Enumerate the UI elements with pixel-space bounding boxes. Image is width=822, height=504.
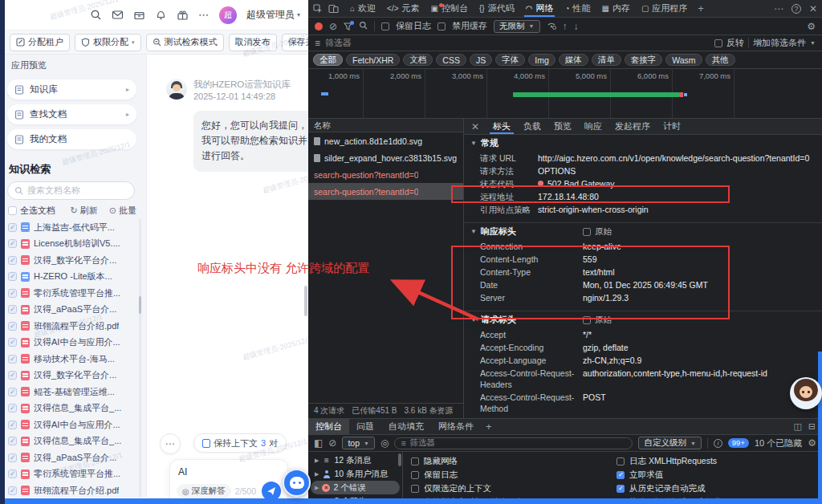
doc-checkbox[interactable] [8,371,17,380]
network-overview[interactable]: 1,000 ms2,000 ms3,000 ms4,000 ms5,000 ms… [308,69,822,119]
request-row[interactable]: silder_expand_hover.c3813b15.svg [308,149,463,166]
setting-row[interactable]: 隐藏网络 [411,454,616,468]
sidebar-nav-item[interactable]: 查找文档 ▸ [7,104,136,124]
raw-checkbox[interactable] [583,316,591,324]
doc-checkbox[interactable] [8,239,17,248]
doc-checkbox[interactable] [8,486,17,495]
setting-row[interactable]: 从历史记录自动完成 [616,482,822,495]
devtools-tab[interactable]: ◔ 性能 [559,0,596,17]
list-item[interactable]: 汉得_数字化平台介... [5,252,146,269]
list-item[interactable]: 鲲苍-基础管理运维... [5,384,146,400]
setting-row[interactable]: 立即求值 [616,468,822,482]
test-retrieval-mode-button[interactable]: 测试检索模式 [146,34,224,51]
list-item[interactable]: 班翎流程平台介绍.pdf [5,318,146,335]
doc-checkbox[interactable] [8,272,17,281]
setting-checkbox[interactable] [616,485,625,493]
batch-button[interactable]: ⊙批量 [109,205,136,217]
devtools-tab[interactable]: ▢ 应用程序 [636,0,693,17]
filter-chip[interactable]: CSS [436,54,466,66]
section-header[interactable]: ▼响应标头 原始 [464,223,822,240]
section-header[interactable]: ▼请求标头 原始 [464,311,822,328]
list-item[interactable]: License机制培训V5.... [5,236,146,253]
network-filter-input[interactable]: 筛选器 [325,37,352,49]
detail-tab[interactable]: 计时 [657,119,687,134]
console-filter-input[interactable]: ≡筛选器 [394,437,633,449]
devtools-tab[interactable]: ▣ 控制台 [425,0,474,17]
setting-row[interactable]: 仅限选定的上下文 [411,482,616,495]
chat-more-button[interactable]: ⋯ [160,433,181,454]
dock-icon[interactable]: ◫ [793,421,801,432]
filter-chip[interactable]: Wasm [665,54,702,66]
doc-scrollbar-thumb[interactable] [139,296,141,314]
deep-answer-toggle[interactable]: ◎深度解答 [177,484,231,498]
request-list-header[interactable]: 名称 [308,119,463,132]
chat-input[interactable]: AI ◎深度解答 2/500 [169,459,288,498]
devtools-tab[interactable]: {} 源代码 [474,0,520,17]
filter-funnel-icon[interactable] [344,22,352,30]
more-filters-button[interactable]: 增加筛选条件 [753,37,806,49]
raw-toggle[interactable]: 原始 [583,315,612,326]
user-menu[interactable]: 超级管理员▾ [246,8,300,22]
detail-tab[interactable]: 预览 [547,119,578,134]
list-item[interactable]: 汉得_aPaaS平台介... [5,302,146,319]
search-icon[interactable] [90,9,102,21]
doc-checkbox[interactable] [8,437,17,445]
doc-checkbox[interactable] [8,256,17,265]
request-row[interactable]: search-question?tenantId=0 [308,166,463,183]
list-item[interactable]: 汉得信息_集成平台_... [5,433,146,450]
doc-checkbox[interactable] [8,223,17,232]
doc-search-input[interactable]: 搜索文档名称 [7,181,135,200]
list-item[interactable]: 零衍系统管理平台推... [5,285,146,302]
device-toolbar-icon[interactable] [328,4,339,14]
list-item[interactable]: 汉得AI中台与应用介... [5,417,146,433]
clear-console-icon[interactable]: ⊘ [328,438,336,448]
devtools-tab[interactable]: </> 元素 [381,0,425,17]
inspect-element-icon[interactable] [313,4,323,14]
throttle-select[interactable]: 无限制▼ [494,20,539,33]
doc-checkbox[interactable] [8,355,17,364]
detail-tab[interactable]: 负载 [517,119,547,134]
keep-context-toggle[interactable]: 保持上下文 3 对 [193,433,287,453]
cancel-publish-button[interactable]: 取消发布 [229,34,277,51]
search-icon[interactable] [359,21,368,31]
chat-scrollbar-thumb[interactable] [304,286,307,316]
console-sidebar-scrollbar[interactable] [398,453,401,466]
setting-checkbox[interactable] [616,471,625,479]
filter-chip[interactable]: 媒体 [559,54,588,66]
box-icon[interactable] [133,9,145,21]
console-sidebar-item[interactable]: ▶ ≡ ✕ ⚠ 12 条消息 [311,453,400,467]
filter-chip[interactable]: 字体 [495,54,525,66]
record-button[interactable] [315,22,323,30]
doc-checkbox[interactable] [8,469,17,478]
raw-checkbox[interactable] [583,228,591,236]
add-tab-button[interactable]: + [693,2,709,14]
filter-chip[interactable]: 全部 [313,54,343,66]
setting-checkbox[interactable] [616,457,625,465]
list-item[interactable]: H-ZERO -Lite版本... [5,269,146,286]
setting-checkbox[interactable] [411,471,419,479]
detail-tab[interactable]: 响应 [578,119,608,134]
floating-assistant-button[interactable] [283,469,311,497]
clear-icon[interactable]: ⊘ [329,22,337,31]
live-expression-icon[interactable]: ◎ [380,438,389,448]
filter-chip[interactable]: JS [470,54,492,66]
setting-row[interactable]: 日志 XMLHttpRequests [616,454,822,468]
filter-chip[interactable]: 套接字 [625,54,663,66]
doc-checkbox[interactable] [8,453,17,462]
doc-checkbox[interactable] [8,289,17,298]
doc-checkbox[interactable] [8,404,17,413]
more-icon[interactable]: ⋯ [198,9,210,21]
devtools-tab[interactable]: ◠ 网络 [520,0,560,17]
mail-icon[interactable] [112,9,124,21]
filter-chip[interactable]: Fetch/XHR [346,54,400,66]
select-all-checkbox[interactable] [8,206,17,215]
help-icon[interactable]: ? [791,4,801,14]
sidebar-nav-item[interactable]: 我的文档 ▸ [7,129,136,149]
list-item[interactable]: 汉得_数字化平台介... [5,368,146,384]
doc-checkbox[interactable] [8,388,17,396]
refresh-button[interactable]: ↻刷新 [71,205,98,217]
network-conditions-icon[interactable] [547,21,556,31]
doc-checkbox[interactable] [8,322,17,331]
console-settings-gear-icon[interactable]: ⚙ [808,438,816,448]
list-item[interactable]: 零衍系统管理平台推... [5,466,146,483]
